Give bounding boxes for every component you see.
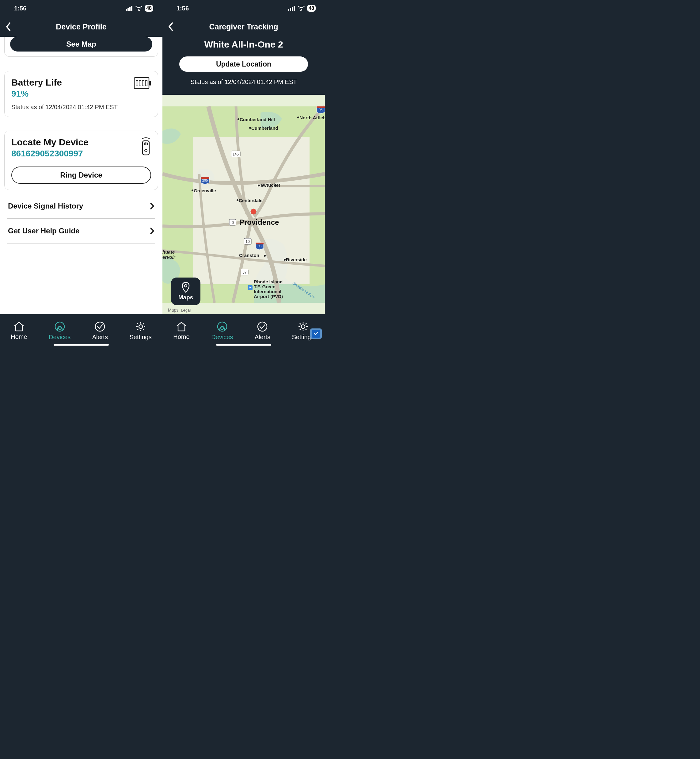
svg-text:Rhode Island: Rhode Island	[254, 279, 283, 284]
clock: 1:56	[177, 5, 189, 12]
route-10-shield: 10	[244, 238, 251, 244]
battery-indicator: 48	[145, 5, 153, 12]
svg-text:ervoir: ervoir	[162, 255, 176, 260]
svg-point-68	[258, 322, 267, 331]
tab-settings[interactable]: Settings	[129, 321, 152, 341]
cellular-icon	[288, 6, 295, 11]
svg-text:10: 10	[245, 239, 250, 244]
tab-label: Alerts	[255, 334, 270, 341]
see-map-button[interactable]: See Map	[10, 37, 152, 52]
locate-card: Locate My Device 861629052300997 Ring De…	[4, 131, 158, 190]
maps-button-label: Maps	[178, 294, 194, 301]
apple-maps-attribution: Maps Legal	[166, 308, 191, 313]
battery-title: Battery Life	[11, 77, 62, 88]
tab-devices[interactable]: Devices	[211, 321, 233, 341]
gear-icon	[298, 321, 308, 332]
locate-title: Locate My Device	[11, 137, 89, 147]
locate-value: 861629052300997	[11, 149, 89, 158]
back-button[interactable]	[6, 22, 18, 31]
svg-text:T.F. Green: T.F. Green	[254, 284, 275, 289]
route-95-shield-bottom: 95	[256, 243, 264, 250]
svg-point-4	[138, 9, 139, 11]
devices-icon	[55, 321, 65, 332]
svg-text:6: 6	[231, 220, 234, 225]
page-title: Caregiver Tracking	[162, 22, 325, 31]
chevron-left-icon	[168, 22, 173, 31]
page-title: Device Profile	[0, 22, 162, 31]
svg-point-17	[95, 322, 105, 331]
tab-label: Devices	[211, 334, 233, 341]
svg-text:295: 295	[202, 178, 208, 182]
battery-value: 91%	[11, 89, 62, 99]
svg-text:37: 37	[242, 270, 247, 274]
svg-text:Centerdale: Centerdale	[239, 198, 262, 203]
help-guide-link[interactable]: Get User Help Guide	[7, 219, 155, 244]
maps-button[interactable]: Maps	[171, 277, 200, 305]
svg-point-52	[284, 259, 286, 261]
home-indicator[interactable]	[216, 344, 271, 346]
alerts-icon	[257, 321, 267, 332]
map-area[interactable]: 146 295 95 6 10 95 37 Cumberland Hill Cu…	[162, 95, 325, 315]
svg-text:95: 95	[319, 108, 322, 112]
wifi-icon	[136, 6, 142, 11]
help-guide-label: Get User Help Guide	[8, 227, 80, 235]
tab-bar: Home Devices Alerts Settings	[162, 315, 325, 347]
wifi-icon	[298, 6, 305, 11]
legal-link[interactable]: Legal	[181, 308, 191, 313]
home-icon	[176, 322, 187, 332]
home-indicator[interactable]	[54, 344, 109, 346]
svg-rect-22	[294, 6, 295, 11]
signal-history-link[interactable]: Device Signal History	[7, 194, 155, 219]
tab-label: Settings	[129, 334, 152, 341]
svg-text:Cumberland Hill: Cumberland Hill	[240, 117, 275, 122]
svg-point-66	[184, 285, 187, 287]
svg-text:ituate: ituate	[162, 249, 175, 255]
svg-rect-10	[145, 80, 147, 86]
back-button[interactable]	[168, 22, 180, 31]
svg-rect-9	[142, 80, 144, 86]
route-37-shield: 37	[241, 269, 248, 275]
tracking-status: Status as of 12/04/2024 01:42 PM EST	[169, 78, 319, 86]
battery-card: Battery Life 91% Status as of 12/04/2024…	[4, 71, 158, 117]
tab-alerts[interactable]: Alerts	[92, 321, 108, 341]
svg-text:Airport (PVD): Airport (PVD)	[254, 294, 283, 299]
home-icon	[14, 322, 24, 332]
svg-point-48	[237, 199, 238, 201]
tab-devices[interactable]: Devices	[49, 321, 70, 341]
tab-alerts[interactable]: Alerts	[255, 321, 270, 341]
svg-point-23	[301, 9, 302, 11]
status-bar: 1:56 48	[162, 0, 325, 17]
chevron-left-icon	[6, 22, 11, 31]
svg-point-50	[264, 255, 266, 257]
svg-rect-1	[128, 8, 129, 11]
clock: 1:56	[14, 5, 27, 12]
svg-text:Pawtucket: Pawtucket	[258, 183, 280, 188]
remote-icon	[141, 137, 151, 155]
devices-icon	[217, 321, 227, 332]
ring-device-button[interactable]: Ring Device	[11, 166, 151, 184]
tab-home[interactable]: Home	[11, 322, 27, 340]
nav-header: Caregiver Tracking	[162, 17, 325, 37]
svg-point-18	[139, 325, 142, 329]
device-name: White All-In-One 2	[169, 39, 319, 50]
svg-point-69	[301, 325, 305, 329]
chevron-right-icon	[150, 203, 155, 210]
tracking-header: White All-In-One 2 Update Location Statu…	[162, 37, 325, 95]
svg-text:Cranston: Cranston	[239, 253, 259, 258]
alerts-icon	[95, 321, 105, 332]
svg-rect-19	[288, 9, 289, 11]
svg-rect-5	[134, 78, 149, 89]
svg-rect-14	[147, 142, 148, 145]
tab-home[interactable]: Home	[173, 322, 189, 340]
tab-label: Home	[11, 333, 27, 340]
gear-icon	[136, 321, 146, 332]
cellular-icon	[126, 6, 133, 11]
update-location-button[interactable]: Update Location	[179, 56, 308, 72]
svg-rect-13	[145, 142, 147, 145]
route-295-shield: 295	[201, 177, 209, 184]
status-right: 48	[126, 5, 153, 12]
chevron-right-icon	[150, 227, 155, 234]
svg-rect-20	[290, 8, 291, 11]
svg-rect-7	[136, 80, 138, 86]
svg-rect-21	[292, 7, 293, 11]
